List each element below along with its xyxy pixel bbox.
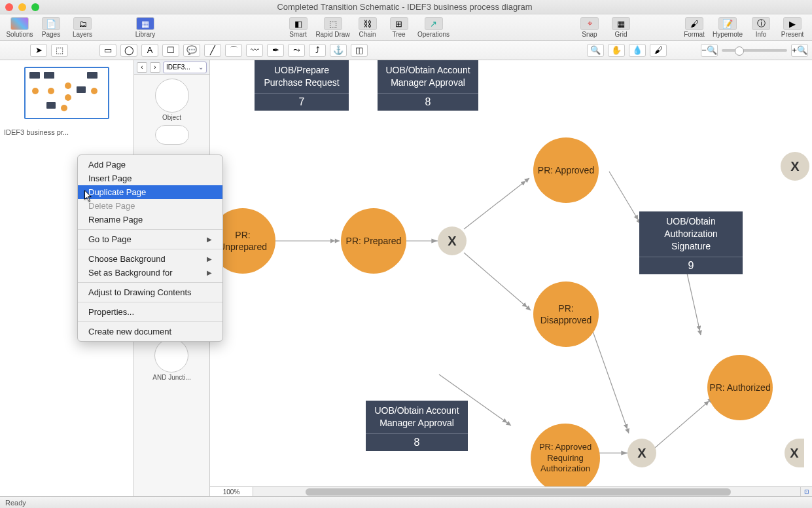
context-menu: Add Page Insert Page Duplicate Page Dele… [77,154,223,342]
junction-x-4[interactable]: X [785,439,804,467]
layers-button[interactable]: 🗂Layers [67,16,98,38]
text-tool[interactable]: A [141,44,158,57]
maximize-button[interactable] [31,3,39,11]
main-toolbar: Solutions 📄Pages 🗂Layers ▦Library ◧Smart… [0,14,812,41]
status-bar: Ready [0,496,812,508]
shapes-library-dropdown[interactable]: IDEF3...⌄ [163,62,207,73]
rectangle-tool[interactable]: ▭ [99,44,116,57]
ctx-adjust-contents[interactable]: Adjust to Drawing Contents [78,285,222,299]
ctx-separator [78,302,222,302]
zoom-tool[interactable]: 🔍 [587,44,604,57]
grid-icon: ▦ [612,17,630,30]
secondary-toolbar: ➤ ⬚ ▭ ◯ A ☐ 💬 ╱ ⌒ 〰 ✒ ⤳ ⤴ ⚓ ◫ 🔍 ✋ 💧 🖌 −🔍… [0,41,812,60]
hscroll-track[interactable] [253,487,800,497]
smart-icon: ◧ [289,17,308,30]
pages-button[interactable]: 📄Pages [35,16,67,38]
close-button[interactable] [5,3,13,11]
ctx-separator [78,249,222,249]
tree-icon: ⊞ [390,17,408,30]
zoom-out[interactable]: −🔍 [701,44,718,57]
node-pr-authorized[interactable]: PR: Authorized [707,355,773,420]
chain-button[interactable]: ⛓Chain [352,16,383,38]
minimize-button[interactable] [18,3,26,11]
operations-icon: ↗ [425,17,443,30]
present-button[interactable]: ▶Present [777,16,808,38]
ctx-insert-page[interactable]: Insert Page [78,172,222,185]
connector-tool[interactable]: ⤳ [288,44,305,57]
window-title: Completed Transition Schematic - IDEF3 b… [39,2,770,12]
submenu-arrow-icon: ▶ [207,269,212,276]
smart-button[interactable]: ◧Smart [283,16,314,38]
shape-object[interactable]: Object [155,79,189,121]
anchor-tool[interactable]: ⚓ [330,44,347,57]
uob-prepare-purchase-request[interactable]: UOB/Prepare Purchase Request 7 [255,60,349,111]
chevron-down-icon: ⌄ [198,64,203,71]
node-pr-approved-requiring-auth[interactable]: PR: Approved Requiring Authorization [531,424,600,493]
window-controls [5,3,39,11]
zoom-level[interactable]: 100% [210,487,253,497]
pointer-tool[interactable]: ➤ [30,44,47,57]
solutions-icon [10,17,29,30]
info-button[interactable]: ⓘInfo [745,16,777,38]
textblock-tool[interactable]: ☐ [162,44,179,57]
present-icon: ▶ [783,17,802,30]
crop-tool[interactable]: ◫ [351,44,368,57]
svg-line-7 [655,398,713,448]
ellipse-tool[interactable]: ◯ [120,44,137,57]
brush-tool[interactable]: 🖌 [650,44,667,57]
ctx-duplicate-page[interactable]: Duplicate Page [78,185,222,199]
page-thumbnail[interactable] [24,67,109,119]
submenu-arrow-icon: ▶ [207,255,212,263]
submenu-arrow-icon: ▶ [207,236,212,243]
callout-tool[interactable]: 💬 [183,44,200,57]
ctx-choose-background[interactable]: Choose Background▶ [78,252,222,266]
junction-x-2[interactable]: X [781,152,809,181]
status-text: Ready [5,499,26,507]
svg-line-2 [464,178,529,229]
scroll-corner-icon[interactable]: ⊡ [800,487,812,497]
shape-item[interactable] [155,125,189,145]
cursor-icon [84,190,94,205]
hscroll-thumb[interactable] [306,488,731,496]
select-tool[interactable]: ⬚ [51,44,68,57]
node-pr-disapproved[interactable]: PR: Disapproved [533,281,599,347]
uob-obtain-authorization-signature[interactable]: UOB/Obtain Authorization Signature 9 [639,211,743,274]
spline-tool[interactable]: 〰 [246,44,263,57]
uob-obtain-account-approval-2[interactable]: UOB/Obtain Account Manager Approval 8 [366,401,468,451]
node-pr-approved[interactable]: PR: Approved [533,137,599,203]
ctx-separator [78,282,222,283]
solutions-button[interactable]: Solutions [4,16,35,38]
ctx-properties[interactable]: Properties... [78,305,222,319]
shapes-forward[interactable]: › [150,62,160,73]
ctx-create-new-document[interactable]: Create new document [78,325,222,338]
line-tool[interactable]: ╱ [204,44,221,57]
library-button[interactable]: ▦Library [130,16,161,38]
hand-tool[interactable]: ✋ [608,44,625,57]
shapes-back[interactable]: ‹ [137,62,147,73]
node-pr-prepared[interactable]: PR: Prepared [341,208,406,274]
tree-button[interactable]: ⊞Tree [383,16,415,38]
arc-tool[interactable]: ⌒ [225,44,242,57]
ctx-go-to-page[interactable]: Go to Page▶ [78,232,222,246]
operations-button[interactable]: ↗Operations [415,16,453,38]
grid-button[interactable]: ▦Grid [605,16,637,38]
hypernote-button[interactable]: 📝Hypernote [710,16,745,38]
ctx-set-background-for[interactable]: Set as Background for▶ [78,266,222,280]
shape-and-junction[interactable]: AND Juncti... [152,338,190,381]
eyedropper-tool[interactable]: 💧 [629,44,646,57]
rapid-draw-button[interactable]: ⬚Rapid Draw [314,16,352,38]
junction-x-1[interactable]: X [438,227,467,255]
ctx-add-page[interactable]: Add Page [78,158,222,172]
uob-obtain-account-approval[interactable]: UOB/Obtain Account Manager Approval 8 [378,60,478,111]
ctx-rename-page[interactable]: Rename Page [78,213,222,227]
zoom-in[interactable]: +🔍 [791,44,808,57]
horizontal-scrollbar-area: 100% ⊡ [210,486,812,496]
junction-x-3[interactable]: X [627,439,656,467]
ctx-separator [78,321,222,322]
zoom-slider[interactable] [722,49,787,52]
snap-button[interactable]: ⌖Snap [574,16,605,38]
smartconnector-tool[interactable]: ⤴ [309,44,326,57]
diagram-canvas[interactable]: UOB/Prepare Purchase Request 7 UOB/Obtai… [210,60,812,496]
format-button[interactable]: 🖌Format [679,16,710,38]
pen-tool[interactable]: ✒ [267,44,284,57]
